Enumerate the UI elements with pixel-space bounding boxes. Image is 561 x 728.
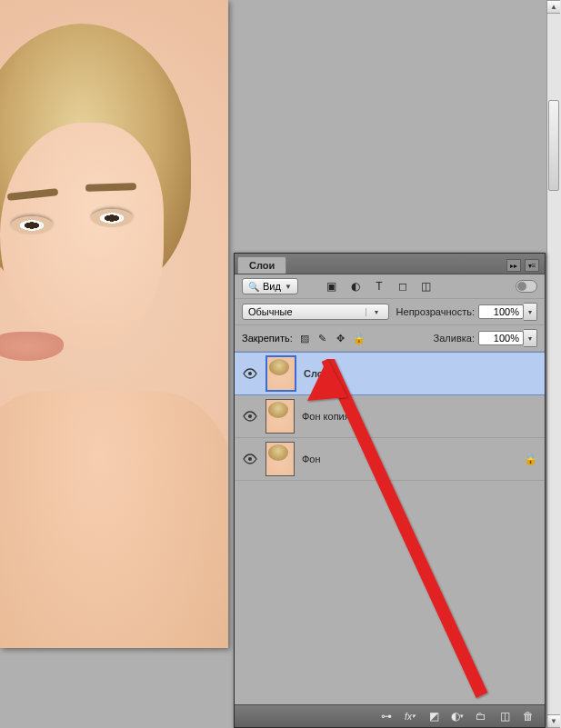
layer-list: Слой 1 Фон копия Фон 🔒 (235, 352, 545, 704)
blend-mode-dropdown[interactable]: Обычные ▾ (242, 304, 389, 320)
layer-thumbnail[interactable] (265, 442, 295, 476)
lock-transparency-icon[interactable]: ▨ (298, 332, 311, 344)
fill-input[interactable]: 100% (478, 331, 524, 345)
fill-label: Заливка: (434, 333, 475, 344)
scroll-up-button[interactable]: ▲ (547, 0, 560, 14)
scroll-thumb[interactable] (548, 100, 559, 191)
filter-row: 🔍 Вид ▼ ▣ ◐ T ◻ ◫ (235, 274, 545, 299)
filter-smart-icon[interactable]: ◫ (420, 280, 433, 293)
eye-icon (243, 411, 257, 422)
lock-fill-row: Закрепить: ▨ ✎ ✥ 🔒 Заливка: 100% ▾ (235, 325, 545, 352)
filter-type-icon[interactable]: T (373, 280, 386, 293)
layer-name[interactable]: Фон (302, 454, 321, 464)
filter-image-icon[interactable]: ▣ (326, 280, 338, 293)
delete-layer-button[interactable]: 🗑 (521, 709, 536, 723)
layer-name[interactable]: Фон копия (302, 411, 350, 422)
layer-thumbnail[interactable] (265, 399, 295, 434)
blend-opacity-row: Обычные ▾ Непрозрачность: 100% ▾ (235, 299, 545, 325)
mask-button[interactable]: ◩ (426, 709, 441, 723)
new-layer-button[interactable]: ◫ (497, 709, 512, 723)
eye-icon (243, 368, 257, 379)
visibility-toggle[interactable] (242, 408, 258, 424)
layer-row[interactable]: Фон копия (235, 395, 545, 438)
search-icon: 🔍 (248, 282, 259, 292)
adjustment-button[interactable]: ◐▾ (450, 709, 465, 723)
fill-spinner[interactable]: ▾ (524, 329, 537, 347)
workspace: ▲ ▼ Слои ▸▸ ▾≡ 🔍 Вид ▼ ▣ ◐ T (0, 0, 561, 728)
filter-shape-icon[interactable]: ◻ (396, 280, 409, 293)
chevron-updown-icon: ▾ (366, 308, 383, 316)
document-canvas[interactable] (0, 0, 228, 648)
layer-row[interactable]: Фон 🔒 (235, 438, 545, 481)
svg-point-0 (248, 372, 252, 375)
group-button[interactable]: 🗀 (474, 709, 488, 723)
vertical-scrollbar[interactable]: ▲ ▼ (546, 0, 561, 728)
opacity-spinner[interactable]: ▾ (524, 303, 537, 321)
svg-point-1 (248, 414, 252, 418)
lock-move-icon[interactable]: ✥ (335, 332, 347, 344)
layer-thumbnail[interactable] (265, 355, 296, 392)
filter-adjust-icon[interactable]: ◐ (349, 280, 362, 293)
opacity-input[interactable]: 100% (478, 304, 524, 319)
blend-mode-value: Обычные (248, 306, 293, 317)
chevron-down-icon: ▼ (285, 283, 292, 291)
fx-button[interactable]: fx▾ (403, 709, 417, 723)
lock-all-icon[interactable]: 🔒 (353, 332, 366, 344)
layers-tab[interactable]: Слои (237, 256, 286, 274)
visibility-toggle[interactable] (242, 451, 258, 467)
eye-icon (243, 454, 257, 464)
panel-collapse-button[interactable]: ▸▸ (506, 259, 521, 272)
layer-row[interactable]: Слой 1 (235, 352, 545, 395)
lock-label: Закрепить: (242, 333, 293, 344)
link-layers-button[interactable]: ⊶ (379, 709, 394, 723)
filter-label: Вид (263, 281, 281, 292)
lock-icon: 🔒 (524, 453, 537, 465)
scroll-down-button[interactable]: ▼ (547, 714, 560, 728)
panel-menu-button[interactable]: ▾≡ (525, 259, 539, 272)
filter-type-dropdown[interactable]: 🔍 Вид ▼ (242, 278, 298, 294)
filter-toggle[interactable] (516, 280, 537, 293)
photo-image (0, 0, 228, 648)
opacity-label: Непрозрачность: (396, 306, 475, 317)
layers-panel: Слои ▸▸ ▾≡ 🔍 Вид ▼ ▣ ◐ T ◻ ◫ (234, 253, 546, 728)
lock-brush-icon[interactable]: ✎ (316, 332, 329, 344)
panel-body: 🔍 Вид ▼ ▣ ◐ T ◻ ◫ Обычные ▾ Непр (235, 274, 545, 704)
svg-point-2 (248, 457, 252, 461)
layer-name[interactable]: Слой 1 (304, 368, 337, 379)
visibility-toggle[interactable] (242, 365, 258, 382)
panel-header: Слои ▸▸ ▾≡ (235, 254, 545, 274)
panel-footer: ⊶ fx▾ ◩ ◐▾ 🗀 ◫ 🗑 (235, 704, 545, 727)
